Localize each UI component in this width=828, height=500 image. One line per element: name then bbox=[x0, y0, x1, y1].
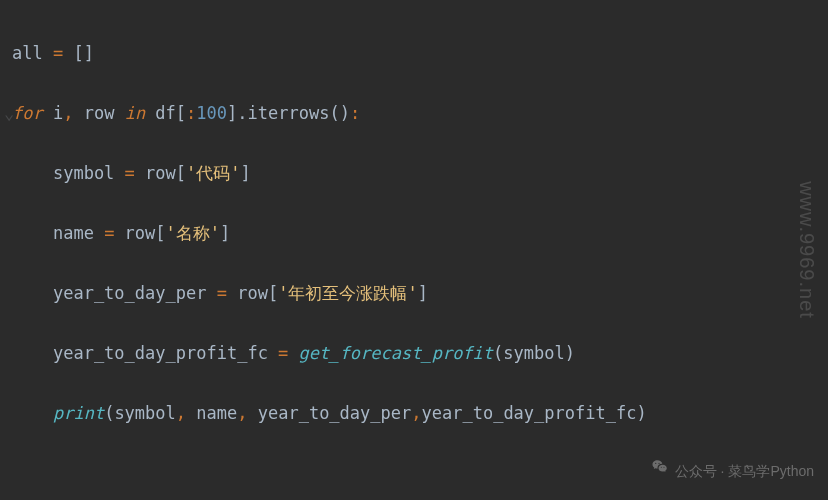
code-token: i bbox=[43, 103, 63, 123]
code-token: row bbox=[73, 103, 124, 123]
code-token: ] bbox=[220, 223, 230, 243]
code-token: (symbol bbox=[104, 403, 176, 423]
watermark-url: www.9969.net bbox=[792, 181, 822, 319]
code-token: year_to_day_profit_fc) bbox=[422, 403, 647, 423]
code-token: name bbox=[12, 223, 104, 243]
code-token: = bbox=[104, 223, 114, 243]
code-token: : bbox=[350, 103, 360, 123]
code-token: ] bbox=[241, 163, 251, 183]
keyword-for: for bbox=[12, 103, 43, 123]
code-line: all = [] bbox=[4, 38, 828, 68]
code-token: : bbox=[186, 103, 196, 123]
code-token: df[ bbox=[145, 103, 186, 123]
string-literal: '名称' bbox=[166, 223, 220, 243]
number-literal: 100 bbox=[196, 103, 227, 123]
string-literal: '年初至今涨跌幅' bbox=[278, 283, 417, 303]
function-call-print: print bbox=[53, 403, 104, 423]
code-token: [] bbox=[63, 43, 94, 63]
code-token: = bbox=[278, 343, 288, 363]
code-token: name bbox=[186, 403, 237, 423]
code-line: ⌄for i, row in df[:100].iterrows(): bbox=[4, 98, 828, 128]
code-token: ] bbox=[418, 283, 428, 303]
code-line: print(symbol, name, year_to_day_per,year… bbox=[4, 398, 828, 428]
keyword-in: in bbox=[125, 103, 145, 123]
code-token: all bbox=[12, 43, 53, 63]
code-line: year_to_day_per = row['年初至今涨跌幅'] bbox=[4, 278, 828, 308]
code-token: symbol bbox=[12, 163, 125, 183]
code-token: = bbox=[53, 43, 63, 63]
code-token: (symbol) bbox=[493, 343, 575, 363]
code-token: = bbox=[217, 283, 227, 303]
string-literal: '代码' bbox=[186, 163, 240, 183]
code-line: symbol = row['代码'] bbox=[4, 158, 828, 188]
code-token: year_to_day_per bbox=[12, 283, 217, 303]
code-token bbox=[288, 343, 298, 363]
code-token: , bbox=[411, 403, 421, 423]
code-editor[interactable]: all = [] ⌄for i, row in df[:100].iterrow… bbox=[0, 0, 828, 500]
code-token: , bbox=[63, 103, 73, 123]
code-token: year_to_day_profit_fc bbox=[12, 343, 278, 363]
code-token: ].iterrows() bbox=[227, 103, 350, 123]
function-call: get_forecast_profit bbox=[299, 343, 493, 363]
watermark-text: 公众号 · 菜鸟学Python bbox=[675, 456, 814, 486]
code-line: year_to_day_profit_fc = get_forecast_pro… bbox=[4, 338, 828, 368]
code-token: row[ bbox=[135, 163, 186, 183]
code-token: year_to_day_per bbox=[247, 403, 411, 423]
code-token: = bbox=[125, 163, 135, 183]
wechat-icon bbox=[651, 456, 669, 486]
code-token: , bbox=[237, 403, 247, 423]
watermark: 公众号 · 菜鸟学Python bbox=[651, 456, 814, 486]
code-token: row[ bbox=[227, 283, 278, 303]
code-token: row[ bbox=[114, 223, 165, 243]
code-token: , bbox=[176, 403, 186, 423]
code-token bbox=[12, 403, 53, 423]
code-line: name = row['名称'] bbox=[4, 218, 828, 248]
